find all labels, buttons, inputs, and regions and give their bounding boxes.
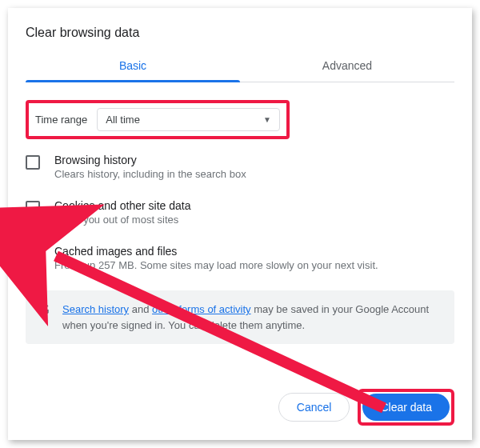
option-desc: Clears history, including in the search …	[54, 168, 246, 180]
option-cached: Cached images and files Frees up 257 MB.…	[26, 245, 454, 271]
option-desc: Frees up 257 MB. Some sites may load mor…	[54, 259, 378, 271]
clear-browsing-data-dialog: Clear browsing data Basic Advanced Time …	[8, 8, 472, 440]
option-label: Cookies and other site data	[54, 199, 190, 212]
link-search-history[interactable]: Search history	[62, 303, 129, 315]
option-label: Browsing history	[54, 154, 246, 166]
dialog-footer: Cancel Clear data	[26, 376, 454, 426]
checkbox-browsing-history[interactable]	[26, 155, 40, 170]
dialog-title: Clear browsing data	[26, 26, 454, 40]
tabs: Basic Advanced	[26, 51, 454, 82]
info-text: Search history and other forms of activi…	[62, 302, 442, 333]
tab-advanced[interactable]: Advanced	[240, 51, 454, 82]
checkbox-cookies[interactable]	[26, 201, 40, 215]
options-list: Browsing history Clears history, includi…	[26, 154, 454, 271]
option-desc: Signs you out of most sites	[54, 214, 190, 226]
link-other-activity[interactable]: other forms of activity	[152, 303, 251, 315]
cancel-button[interactable]: Cancel	[278, 393, 350, 422]
google-icon: G	[38, 302, 50, 318]
info-box: G Search history and other forms of acti…	[26, 290, 454, 344]
checkbox-cached[interactable]	[26, 246, 40, 261]
time-range-label: Time range	[35, 114, 87, 126]
option-cookies: Cookies and other site data Signs you ou…	[26, 199, 454, 226]
time-range-select[interactable]: All time ▼	[97, 108, 280, 131]
option-label: Cached images and files	[54, 245, 378, 258]
clear-data-highlight: Clear data	[358, 389, 454, 426]
chevron-down-icon: ▼	[263, 115, 271, 124]
clear-data-button[interactable]: Clear data	[362, 394, 450, 421]
option-browsing-history: Browsing history Clears history, includi…	[26, 154, 454, 180]
time-range-row: Time range All time ▼	[26, 100, 290, 139]
time-range-value: All time	[106, 114, 140, 126]
tab-basic[interactable]: Basic	[26, 51, 240, 82]
